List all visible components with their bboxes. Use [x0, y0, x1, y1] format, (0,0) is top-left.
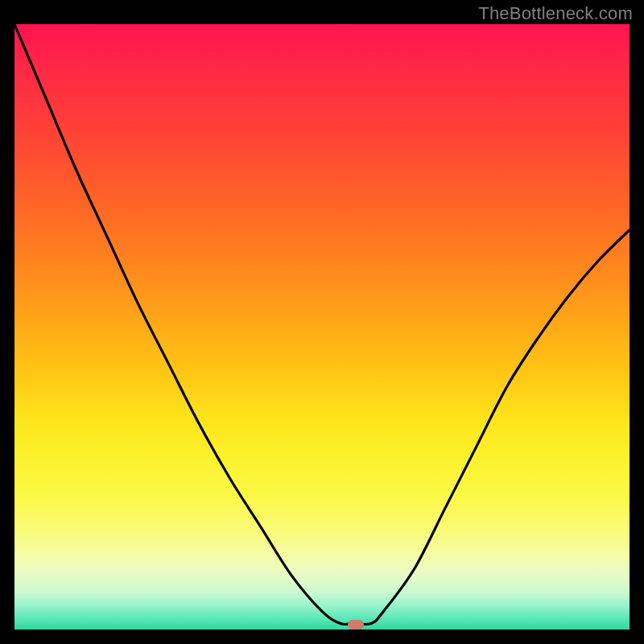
plot-area — [14, 24, 630, 630]
optimum-marker — [348, 620, 364, 630]
chart-frame: TheBottleneck.com — [0, 0, 644, 644]
watermark-text: TheBottleneck.com — [478, 3, 633, 24]
bottleneck-curve — [14, 24, 630, 630]
